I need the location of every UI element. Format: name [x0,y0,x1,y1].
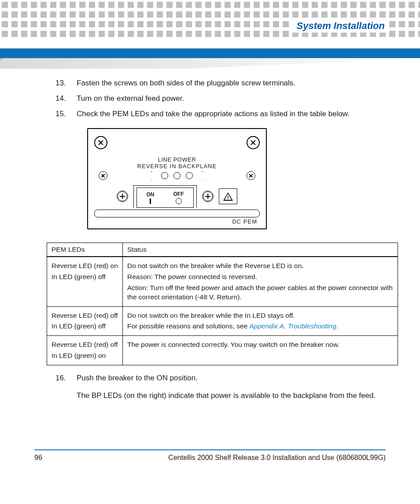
table-header-status: Status [123,243,398,257]
step-text: Check the PEM LEDs and take the appropri… [77,110,350,118]
page-content: 13.Fasten the screws on both sides of th… [34,78,386,401]
step-14: 14.Turn on the external feed power. [77,94,386,104]
diagram-label-dcpem: DC PEM [94,218,260,225]
diagram-label-line-power: LINE POWER [94,156,260,163]
step-16: 16.Push the breaker to the ON position. [77,373,386,383]
led-icon [186,172,193,179]
header-rule [0,48,420,58]
status-text: Do not switch on the breaker while the I… [127,311,393,320]
pem-led-table: PEM LEDs Status Reverse LED (red) on In … [47,243,398,365]
chapter-title: System Installation [290,19,389,33]
step-number: 16. [66,373,77,383]
led-row [147,171,207,180]
step-15: 15.Check the PEM LEDs and take the appro… [77,109,386,119]
screw-icon [99,171,107,180]
status-text: The power is connected correctly. You ma… [127,340,393,349]
led-state: Reverse LED (red) off [52,340,118,349]
step-text: Turn on the external feed power. [77,94,184,103]
step-number: 15. [66,109,77,119]
diagram-label-sub: REVERSE IN BACKPLANE [94,163,260,169]
switch-off-label: OFF [173,191,184,197]
status-text: Reason: The power connected is reversed. [127,272,393,282]
status-text: Action: Turn off the feed power and atta… [127,283,393,302]
appendix-link[interactable]: Appendix A, Troubleshooting [249,322,336,330]
page-number: 96 [34,454,42,462]
screw-icon [247,136,260,149]
status-text: Do not switch on the breaker while the R… [127,261,393,271]
base-plate [94,210,260,217]
hex-icon [198,171,207,180]
switch-on-label: ON [147,191,155,198]
table-row: Reverse LED (red) off In LED (green) on … [47,336,398,365]
step-16-detail: The BP LEDs (on the right) indicate that… [77,391,386,401]
led-state: Reverse LED (red) off [52,311,118,320]
step-number: 14. [66,94,77,104]
breaker-switch: ON OFF [133,185,197,208]
led-state: In LED (green) off [52,322,118,331]
page-header: System Installation [0,0,420,70]
screw-icon [247,171,255,180]
doc-title: Centellis 2000 Shelf Release 3.0 Install… [168,454,386,462]
step-13: 13.Fasten the screws on both sides of th… [77,78,386,88]
screw-plus-icon [202,191,214,202]
step-text: Fasten the screws on both sides of the p… [77,79,295,87]
screw-icon [94,136,107,149]
led-state: In LED (green) on [52,351,118,361]
pem-diagram: LINE POWER REVERSE IN BACKPLANE [87,128,267,229]
step-number: 13. [66,78,77,88]
status-text: For possible reasons and solutions, see … [127,322,393,331]
hex-icon [147,171,156,180]
page-footer: 96 Centellis 2000 Shelf Release 3.0 Inst… [34,449,386,475]
table-row: Reverse LED (red) on In LED (green) off … [47,257,398,306]
led-state: Reverse LED (red) on [52,261,118,271]
led-icon [173,172,181,179]
header-shadow [0,58,420,69]
step-text: Push the breaker to the ON position. [77,374,198,382]
screw-plus-icon [117,191,128,202]
led-icon [161,172,168,179]
warning-icon: ! [219,188,237,204]
led-state: In LED (green) off [52,272,118,282]
table-header-leds: PEM LEDs [47,243,123,257]
table-row: Reverse LED (red) off In LED (green) off… [47,306,398,336]
